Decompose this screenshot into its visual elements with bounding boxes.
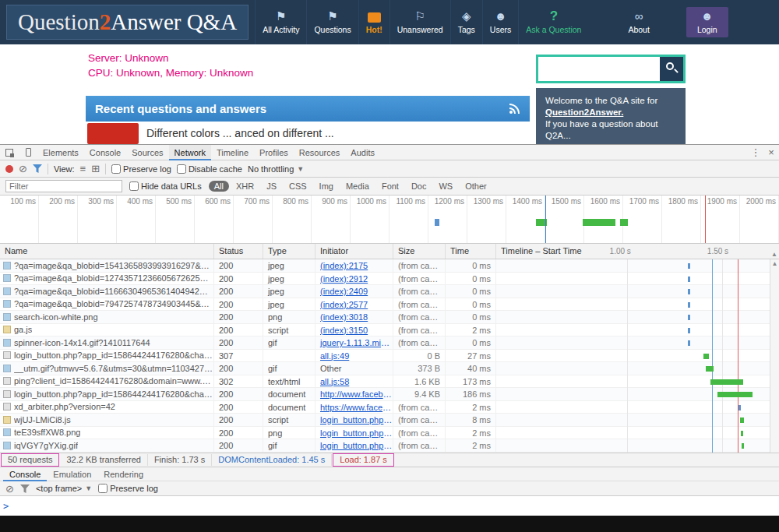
- request-initiator[interactable]: Other: [315, 362, 393, 375]
- sidebar-q2a-link[interactable]: Question2Answer.: [545, 107, 623, 117]
- search-icon-white.png[interactable]: search-icon-white.png 200 png (index):30…: [0, 311, 779, 324]
- drawer-tab[interactable]: Emulation: [47, 467, 97, 481]
- device-toolbar-icon[interactable]: [19, 145, 37, 160]
- login_button.php?app_id=158644244176280&channel=http%3A…[interactable]: login_button.php?app_id=158644244176280&…: [0, 350, 779, 363]
- console-output[interactable]: >: [0, 496, 779, 516]
- filter-pill[interactable]: XHR: [231, 181, 259, 192]
- devtools-tab[interactable]: Profiles: [254, 145, 294, 160]
- question-title-fragment[interactable]: Different colors ... anced on different …: [146, 127, 334, 139]
- request-initiator[interactable]: (index):3150: [315, 324, 393, 336]
- teE39sffXW8.png[interactable]: teE39sffXW8.png 200 png login_button.php…: [0, 427, 779, 440]
- console-prompt[interactable]: >: [3, 501, 9, 512]
- clear-icon[interactable]: ⊘: [19, 164, 27, 174]
- request-initiator[interactable]: all.js:49: [315, 350, 393, 362]
- request-initiator[interactable]: (index):2175: [315, 259, 393, 272]
- devtools-tab[interactable]: Audits: [345, 145, 380, 160]
- __utm.gif?utmwv=5.6.7&utms=30&utmn=1103427067&utmhn=…[interactable]: __utm.gif?utmwv=5.6.7&utms=30&utmn=11034…: [0, 362, 779, 375]
- nav-item-questions[interactable]: ⚑ Questions: [306, 0, 358, 44]
- request-initiator[interactable]: jquery-1.11.3.min.js:2: [315, 336, 393, 349]
- request-initiator[interactable]: all.js:58: [315, 375, 393, 388]
- filter-pill[interactable]: Img: [314, 181, 339, 192]
- filter-pill[interactable]: JS: [261, 181, 282, 192]
- throttling-dropdown[interactable]: No throttling ▼: [248, 164, 304, 174]
- request-initiator[interactable]: (index):3018: [315, 311, 393, 323]
- request-size: (from cache): [393, 285, 446, 298]
- nav-item-unanswered[interactable]: ⚐ Unanswered: [390, 0, 450, 44]
- request-initiator[interactable]: (index):2577: [315, 298, 393, 311]
- ?qa=image&qa_blobid=11666304965361404942&qa_size=20[interactable]: ?qa=image&qa_blobid=11666304965361404942…: [0, 285, 779, 298]
- ?qa=image&qa_blobid=7947257478734903445&qa_size=20[interactable]: ?qa=image&qa_blobid=7947257478734903445&…: [0, 298, 779, 312]
- drawer-tab[interactable]: Console: [3, 467, 47, 481]
- console-preserve-log-checkbox[interactable]: [98, 484, 108, 493]
- column-header-name[interactable]: Name: [0, 244, 214, 259]
- request-initiator[interactable]: (index):2912: [315, 273, 393, 285]
- nav-item-hot[interactable]: Hot!: [358, 0, 390, 44]
- console-filter-icon[interactable]: [20, 484, 30, 493]
- question-vote-badge[interactable]: [87, 123, 139, 144]
- nav-item-all-activity[interactable]: ⚑ All Activity: [255, 0, 306, 44]
- disable-cache-checkbox[interactable]: [177, 164, 186, 174]
- devtools-tab[interactable]: Network: [169, 145, 211, 160]
- drawer-tab[interactable]: Rendering: [97, 467, 150, 481]
- login_button.php?app_id=158644244176280&channel=http%3A…[interactable]: login_button.php?app_id=158644244176280&…: [0, 388, 779, 401]
- ga.js[interactable]: ga.js 200 script (index):3150 (from cach…: [0, 324, 779, 337]
- request-initiator[interactable]: login_button.php?app_i…: [315, 439, 393, 452]
- request-initiator[interactable]: login_button.php?app_i…: [315, 427, 393, 439]
- xd_arbiter.php?version=42[interactable]: xd_arbiter.php?version=42 200 document h…: [0, 401, 779, 414]
- filter-pill[interactable]: WS: [433, 181, 458, 192]
- network-overview[interactable]: 100 ms 200 ms 300 ms 400 ms 500 ms 600 m…: [0, 196, 779, 244]
- rss-icon[interactable]: [509, 103, 520, 115]
- search-input[interactable]: [538, 57, 660, 81]
- column-header-size[interactable]: Size: [393, 244, 446, 259]
- nav-item-tags[interactable]: ◈ Tags: [450, 0, 482, 44]
- frame-context-dropdown[interactable]: <top frame> ▼: [36, 484, 92, 493]
- search-button[interactable]: [660, 57, 683, 81]
- ping?client_id=158644244176280&domain=www.question2answ…[interactable]: ping?client_id=158644244176280&domain=ww…: [0, 375, 779, 389]
- devtools-tab[interactable]: Timeline: [211, 145, 254, 160]
- console-clear-icon[interactable]: ⊘: [5, 484, 14, 494]
- request-name: ga.js: [14, 324, 32, 336]
- scrollbar-up-icon[interactable]: ▲: [770, 259, 779, 269]
- devtools-tab[interactable]: Resources: [294, 145, 346, 160]
- column-header-type[interactable]: Type: [263, 244, 315, 259]
- request-initiator[interactable]: https://www.facebook.c…: [315, 401, 393, 414]
- preserve-log-checkbox[interactable]: [111, 164, 121, 174]
- nav-item-users[interactable]: ☻ Users: [482, 0, 518, 44]
- devtools-tab[interactable]: Elements: [37, 145, 84, 160]
- ?qa=image&qa_blobid=1541365893993916297&qa_size=20[interactable]: ?qa=image&qa_blobid=1541365893993916297&…: [0, 259, 779, 273]
- nav-item-login[interactable]: ☻ Login: [686, 7, 728, 37]
- site-logo[interactable]: Question2Answer Q&A: [6, 5, 249, 40]
- nav-item-ask[interactable]: ? Ask a Question: [518, 0, 588, 44]
- devtools-tab[interactable]: Sources: [126, 145, 168, 160]
- wjUJ-LMiCi8.js[interactable]: wjUJ-LMiCi8.js 200 script login_button.p…: [0, 414, 779, 427]
- scroll-up-icon[interactable]: ▲: [771, 247, 777, 259]
- column-header-initiator[interactable]: Initiator: [315, 244, 393, 259]
- iqVGY7gYXig.gif[interactable]: iqVGY7gYXig.gif 200 gif login_button.php…: [0, 439, 779, 453]
- devtools-menu-icon[interactable]: ⋮: [748, 146, 763, 158]
- ?qa=image&qa_blobid=12743571236605672625&qa_size=20[interactable]: ?qa=image&qa_blobid=12743571236605672625…: [0, 273, 779, 286]
- column-header-status[interactable]: Status: [214, 244, 263, 259]
- vertical-scrollbar[interactable]: ▲: [770, 259, 779, 453]
- filter-pill[interactable]: Media: [340, 181, 375, 192]
- filter-pill[interactable]: Font: [376, 181, 404, 192]
- filter-funnel-icon[interactable]: [33, 164, 42, 173]
- record-button[interactable]: [5, 165, 13, 173]
- nav-item-about[interactable]: ∞ About: [621, 0, 656, 44]
- request-initiator[interactable]: login_button.php?app_i…: [315, 414, 393, 426]
- inspect-element-icon[interactable]: [0, 145, 19, 160]
- request-initiator[interactable]: http://www.facebook.co…: [315, 388, 393, 400]
- filter-pill[interactable]: Doc: [406, 181, 432, 192]
- filter-pill[interactable]: All: [209, 181, 229, 192]
- spinner-icon-14x14.gif?1410117644[interactable]: spinner-icon-14x14.gif?1410117644 200 gi…: [0, 336, 779, 350]
- devtools-close-icon[interactable]: ×: [763, 146, 779, 158]
- grid-view-icon[interactable]: ⊞: [91, 164, 100, 174]
- filter-pill[interactable]: Other: [460, 181, 492, 192]
- column-header-time[interactable]: Time: [446, 244, 496, 259]
- hide-data-urls-checkbox[interactable]: [129, 181, 139, 191]
- network-filter-input[interactable]: [5, 180, 122, 192]
- list-view-icon[interactable]: ≡: [80, 164, 86, 174]
- request-initiator[interactable]: (index):2409: [315, 285, 393, 298]
- filter-pill[interactable]: CSS: [284, 181, 312, 192]
- column-header-timeline[interactable]: Timeline – Start Time 1.00 s 1.50 s ▲: [496, 244, 779, 259]
- devtools-tab[interactable]: Console: [84, 145, 126, 160]
